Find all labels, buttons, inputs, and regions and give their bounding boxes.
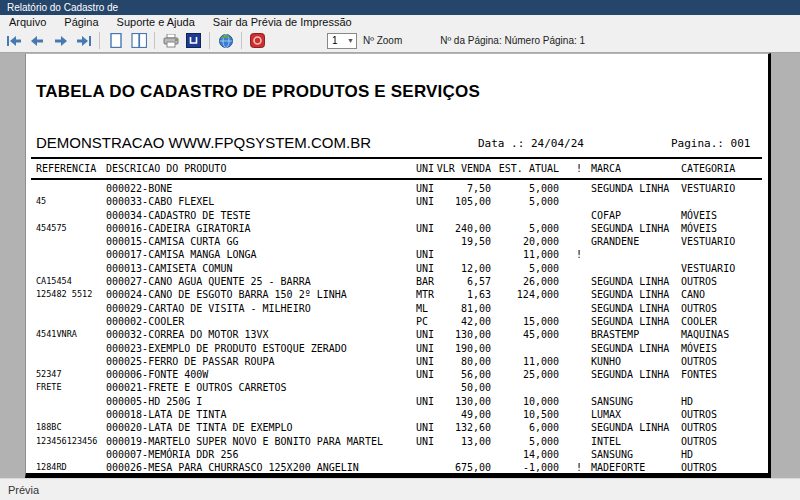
cell-flag: !	[576, 461, 582, 473]
table-row: 125482 5512000024-CANO DE ESGOTO BARRA 1…	[26, 288, 768, 301]
table-header-row: REFERENCIA DESCRICAO DO PRODUTO UNI VLR …	[26, 162, 768, 176]
cell-marca: BRASTEMP	[591, 328, 639, 341]
report-page-number: Pagina.: 001	[671, 137, 750, 150]
cell-marca: SEGUNDA LINHA	[591, 315, 669, 328]
table-row: 188BC000020-LATA DE TINTA DE EXEMPLOUNI1…	[26, 421, 768, 434]
single-page-view-button[interactable]	[104, 30, 127, 51]
cell-desc: 000007-MEMÓRIA DDR 256	[106, 448, 238, 461]
cell-cat: OUTROS	[681, 421, 717, 434]
cell-cat: COOLER	[681, 315, 717, 328]
table-row: FRETE000021-FRETE E OUTROS CARRETOS50,00	[26, 381, 768, 394]
cell-vlr: 190,00	[391, 342, 491, 355]
cell-marca: SANSUNG	[591, 448, 633, 461]
menu-suporte-ajuda[interactable]: Suporte e Ajuda	[108, 15, 204, 29]
next-page-button[interactable]	[49, 30, 72, 51]
horizontal-rule	[31, 178, 762, 180]
cell-ref: 45	[36, 195, 46, 208]
column-header-referencia: REFERENCIA	[36, 162, 96, 176]
cell-vlr: 50,00	[391, 381, 491, 394]
cell-marca: SEGUNDA LINHA	[591, 275, 669, 288]
cell-ref: FRETE	[36, 381, 62, 394]
menu-arquivo[interactable]: Arquivo	[0, 15, 55, 29]
two-page-icon	[131, 33, 147, 48]
cell-vlr: 56,00	[391, 368, 491, 381]
app-window: Relatório do Cadastro de Arquivo Página …	[0, 0, 800, 500]
zoom-label: Nº Zoom	[363, 35, 402, 46]
first-page-icon	[7, 36, 22, 46]
cell-marca: SEGUNDA LINHA	[591, 342, 669, 355]
previous-page-button[interactable]	[26, 30, 49, 51]
menu-pagina[interactable]: Página	[55, 15, 107, 29]
cell-est: 5,000	[495, 222, 559, 235]
cell-est: 11,000	[495, 248, 559, 261]
report-rows: 000022-BONEUNI7,505,000SEGUNDA LINHAVEST…	[26, 182, 768, 473]
first-page-button[interactable]	[3, 30, 26, 51]
next-page-icon	[54, 36, 67, 46]
web-export-button[interactable]	[214, 30, 237, 51]
cell-marca: SEGUNDA LINHA	[591, 182, 669, 195]
table-row: 000007-MEMÓRIA DDR 25614,000SANSUNGHD	[26, 448, 768, 461]
cell-ref: 123456123456	[36, 435, 97, 448]
column-header-est-atual: EST. ATUAL	[495, 162, 559, 176]
cell-desc: 000034-CADASTRO DE TESTE	[106, 209, 251, 222]
report-page: TABELA DO CADASTRO DE PRODUTOS E SERVIÇO…	[25, 53, 771, 478]
cell-marca: SEGUNDA LINHA	[591, 421, 669, 434]
cell-cat: OUTROS	[681, 435, 717, 448]
printer-icon	[163, 34, 179, 48]
cell-est: 5,000	[495, 195, 559, 208]
menu-sair-previa[interactable]: Sair da Prévia de Impressão	[204, 15, 361, 29]
report-subheader: DEMONSTRACAO WWW.FPQSYSTEM.COM.BR Data .…	[26, 134, 768, 154]
table-row: 000025-FERRO DE PASSAR ROUPAUNI80,0011,0…	[26, 355, 768, 368]
table-row: 000029-CARTAO DE VISITA - MILHEIROML81,0…	[26, 302, 768, 315]
two-page-view-button[interactable]	[127, 30, 150, 51]
cell-cat: OUTROS	[681, 355, 717, 368]
table-row: 123456123456000019-MARTELO SUPER NOVO E …	[26, 435, 768, 448]
cell-est: 26,000	[495, 275, 559, 288]
cell-marca: COFAP	[591, 209, 621, 222]
table-row: 45000033-CABO FLEXELUNI105,005,000	[26, 195, 768, 208]
cell-vlr: 19,50	[391, 235, 491, 248]
cell-vlr: 49,00	[391, 408, 491, 421]
cell-desc: 000013-CAMISETA COMUN	[106, 262, 232, 275]
cell-vlr: 7,50	[391, 182, 491, 195]
table-row: 000005-HD 250G IUNI130,0010,000SANSUNGHD	[26, 395, 768, 408]
previous-page-icon	[31, 36, 44, 46]
print-preview-area[interactable]: TABELA DO CADASTRO DE PRODUTOS E SERVIÇO…	[0, 53, 800, 478]
page-setup-button[interactable]	[182, 30, 205, 51]
cell-uni: UNI	[416, 248, 434, 261]
cell-desc: 000025-FERRO DE PASSAR ROUPA	[106, 355, 275, 368]
cell-vlr: 132,60	[391, 421, 491, 434]
cell-est: 14,000	[495, 448, 559, 461]
cell-marca: SEGUNDA LINHA	[591, 368, 669, 381]
cell-vlr: 105,00	[391, 195, 491, 208]
cell-vlr: 13,00	[391, 435, 491, 448]
cell-desc: 000033-CABO FLEXEL	[106, 195, 214, 208]
column-header-flag: !	[576, 162, 582, 176]
close-preview-button[interactable]	[246, 30, 269, 51]
table-row: 000013-CAMISETA COMUNUNI12,005,000VESTUA…	[26, 262, 768, 275]
last-page-button[interactable]	[72, 30, 95, 51]
cell-vlr: 81,00	[391, 302, 491, 315]
cell-vlr: 130,00	[391, 395, 491, 408]
table-row: 4541VNRA000032-CORREA DO MOTOR 13VXUNI13…	[26, 328, 768, 341]
cell-est: 15,000	[495, 315, 559, 328]
cell-cat: HD	[681, 448, 693, 461]
cell-marca: SEGUNDA LINHA	[591, 288, 669, 301]
cell-vlr: 675,00	[391, 461, 491, 473]
cell-desc: 000019-MARTELO SUPER NOVO E BONITO PARA …	[106, 435, 383, 448]
cell-marca: SEGUNDA LINHA	[591, 302, 669, 315]
toolbar-separator	[154, 32, 155, 49]
print-button[interactable]	[159, 30, 182, 51]
cell-desc: 000020-LATA DE TINTA DE EXEMPLO	[106, 421, 293, 434]
zoom-select[interactable]: 1 ▼	[327, 33, 357, 49]
cell-ref: 454575	[36, 222, 67, 235]
cell-desc: 000022-BONE	[106, 182, 172, 195]
table-row: 000017-CAMISA MANGA LONGAUNI11,000!	[26, 248, 768, 261]
chevron-down-icon: ▼	[347, 37, 356, 44]
status-text: Prévia	[8, 484, 39, 496]
cell-cat: MAQUINAS	[681, 328, 729, 341]
cell-desc: 000023-EXEMPLO DE PRODUTO ESTOQUE ZERADO	[106, 342, 347, 355]
cell-est: 5,000	[495, 262, 559, 275]
cell-est: -1,000	[495, 461, 559, 473]
cell-vlr: 6,57	[391, 275, 491, 288]
